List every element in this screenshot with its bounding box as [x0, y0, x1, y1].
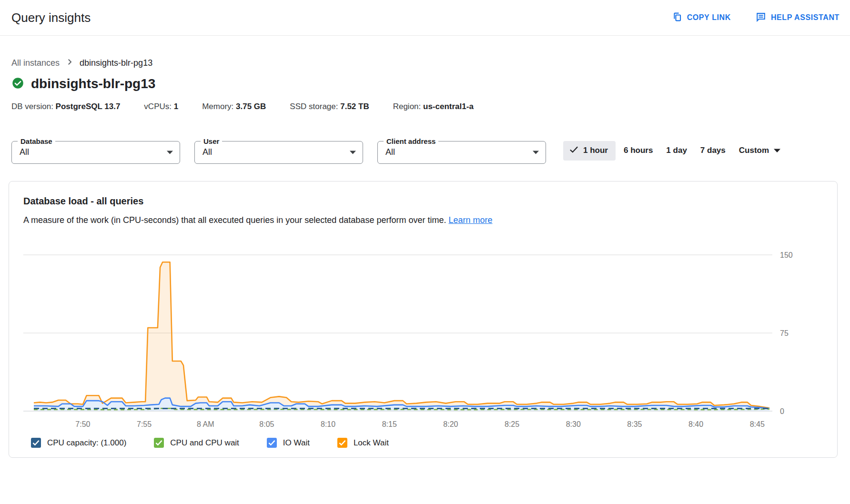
client-address-filter-select[interactable]: Client address All	[377, 137, 546, 164]
svg-text:8:05: 8:05	[259, 420, 274, 428]
db-load-chart[interactable]: 7:507:558 AM8:058:108:158:208:258:308:35…	[23, 236, 829, 432]
svg-text:150: 150	[780, 251, 793, 259]
learn-more-link[interactable]: Learn more	[448, 215, 492, 225]
time-range-1-hour[interactable]: 1 hour	[563, 141, 616, 161]
meta-memory: Memory: 3.75 GB	[202, 102, 266, 111]
time-range-7-days[interactable]: 7 days	[695, 141, 731, 160]
chevron-down-icon	[167, 148, 173, 156]
status-check-circle-icon	[11, 77, 24, 91]
breadcrumb-current: dbinsights-blr-pg13	[80, 58, 152, 68]
meta-ssd-storage: SSD storage: 7.52 TB	[290, 102, 369, 111]
chevron-down-icon	[350, 148, 356, 156]
main-content: All instances dbinsights-blr-pg13 dbinsi…	[0, 58, 850, 458]
svg-text:75: 75	[780, 329, 789, 337]
copy-icon	[672, 12, 682, 24]
card-description: A measure of the work (in CPU-seconds) t…	[23, 215, 830, 225]
checkbox-checked-icon[interactable]	[267, 438, 277, 448]
svg-text:8 AM: 8 AM	[197, 420, 214, 428]
user-filter-select[interactable]: User All	[194, 137, 363, 164]
time-range-custom[interactable]: Custom	[734, 141, 786, 160]
breadcrumb-all-instances[interactable]: All instances	[11, 58, 60, 68]
svg-text:7:50: 7:50	[75, 420, 90, 428]
checkbox-checked-icon[interactable]	[337, 438, 347, 448]
checkbox-checked-icon[interactable]	[31, 438, 41, 448]
time-range-selector: 1 hour 6 hours 1 day 7 days Custom	[563, 141, 786, 161]
chevron-down-icon	[533, 148, 539, 156]
database-filter-value: All	[20, 147, 29, 157]
chart-legend: CPU capacity: (1.000) CPU and CPU wait I…	[23, 438, 830, 448]
legend-cpu-and-cpu-wait[interactable]: CPU and CPU wait	[154, 438, 239, 448]
svg-text:8:30: 8:30	[566, 420, 581, 428]
page-title: Query insights	[11, 10, 91, 25]
legend-lock-wait[interactable]: Lock Wait	[337, 438, 389, 448]
instance-title-row: dbinsights-blr-pg13	[11, 76, 839, 91]
meta-db-version: DB version: PostgreSQL 13.7	[11, 102, 120, 111]
svg-text:7:55: 7:55	[137, 420, 152, 428]
copy-link-button[interactable]: COPY LINK	[672, 12, 731, 24]
svg-text:8:15: 8:15	[382, 420, 397, 428]
svg-text:8:35: 8:35	[627, 420, 642, 428]
svg-text:8:40: 8:40	[688, 420, 703, 428]
chevron-right-icon	[65, 58, 74, 69]
instance-meta: DB version: PostgreSQL 13.7 vCPUs: 1 Mem…	[11, 102, 839, 111]
database-filter-select[interactable]: Database All	[11, 137, 180, 164]
database-load-card: Database load - all queries A measure of…	[9, 181, 838, 458]
instance-name: dbinsights-blr-pg13	[31, 76, 155, 91]
database-load-chart-area: 7:507:558 AM8:058:108:158:208:258:308:35…	[23, 236, 830, 432]
check-icon	[569, 146, 578, 156]
legend-cpu-capacity[interactable]: CPU capacity: (1.000)	[31, 438, 126, 448]
svg-text:8:45: 8:45	[750, 420, 765, 428]
breadcrumb: All instances dbinsights-blr-pg13	[11, 58, 839, 69]
time-range-1-day[interactable]: 1 day	[661, 141, 692, 160]
client-address-filter-value: All	[385, 147, 395, 157]
page-header: Query insights COPY LINK HELP ASSISTANT	[0, 0, 850, 36]
legend-io-wait[interactable]: IO Wait	[267, 438, 310, 448]
svg-text:8:20: 8:20	[443, 420, 458, 428]
time-range-6-hours[interactable]: 6 hours	[618, 141, 658, 160]
chevron-down-icon	[774, 146, 780, 155]
user-filter-value: All	[202, 147, 212, 157]
svg-text:8:25: 8:25	[505, 420, 519, 428]
svg-text:8:10: 8:10	[321, 420, 335, 428]
card-title: Database load - all queries	[23, 196, 830, 207]
svg-text:0: 0	[780, 407, 784, 415]
meta-vcpus: vCPUs: 1	[144, 102, 178, 111]
checkbox-checked-icon[interactable]	[154, 438, 164, 448]
filter-row: Database All User All Client address All	[11, 137, 839, 164]
help-assistant-button[interactable]: HELP ASSISTANT	[756, 11, 840, 24]
chat-icon	[756, 11, 766, 24]
header-actions: COPY LINK HELP ASSISTANT	[672, 11, 840, 24]
meta-region: Region: us-central1-a	[393, 102, 474, 111]
